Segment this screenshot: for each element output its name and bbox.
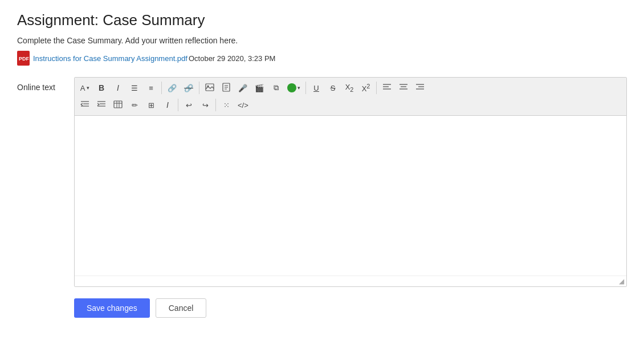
- attachment-date: October 29 2020, 3:23 PM: [189, 54, 275, 63]
- page-title: Assignment: Case Summary: [17, 11, 627, 29]
- svg-rect-23: [114, 101, 122, 108]
- ordered-list-icon: ≡: [149, 84, 153, 92]
- indent-increase-icon: [97, 100, 106, 110]
- editor-textarea[interactable]: [75, 116, 626, 276]
- italic-button[interactable]: I: [110, 80, 126, 96]
- resize-handle: ◢: [75, 276, 626, 286]
- attachment-row: PDF Instructions for Case Summary Assign…: [17, 51, 627, 66]
- separator-1: [161, 82, 162, 94]
- separator-2: [199, 82, 199, 94]
- video-icon: 🎬: [255, 84, 264, 92]
- ordered-list-button[interactable]: ≡: [143, 80, 159, 96]
- table-button[interactable]: [110, 97, 126, 113]
- separator-4: [376, 82, 377, 94]
- separator-5: [178, 99, 178, 111]
- pdf-icon: PDF: [17, 51, 30, 66]
- font-size-button[interactable]: A ▾: [77, 80, 93, 96]
- align-right-icon: [415, 83, 425, 93]
- align-center-button[interactable]: [396, 80, 411, 96]
- editor-section: Online text A ▾ B I ☰: [17, 77, 627, 287]
- strikethrough-label: S: [331, 84, 336, 92]
- bold-label: B: [99, 83, 104, 92]
- unordered-list-icon: ☰: [131, 84, 138, 92]
- align-center-icon: [399, 83, 408, 93]
- special-chars-button[interactable]: ⁙: [218, 97, 234, 113]
- special-chars-icon: ⁙: [223, 101, 230, 110]
- toolbar: A ▾ B I ☰ ≡: [75, 78, 626, 116]
- attachment-link[interactable]: Instructions for Case Summary Assignment…: [33, 54, 188, 63]
- html-source-button[interactable]: </>: [235, 97, 251, 113]
- document-button[interactable]: [218, 80, 234, 96]
- font-size-dropdown-arrow: ▾: [87, 85, 89, 91]
- underline-label: U: [313, 84, 319, 92]
- bold-button[interactable]: B: [93, 80, 109, 96]
- image-icon: [205, 83, 214, 93]
- copy-icon: ⧉: [274, 83, 279, 92]
- align-left-icon: [382, 83, 392, 93]
- table-icon: [113, 100, 123, 110]
- document-icon: [222, 83, 230, 94]
- underline-button[interactable]: U: [308, 80, 324, 96]
- subscript-button[interactable]: X2: [341, 80, 357, 96]
- html-source-label: </>: [238, 101, 248, 110]
- edit-icon: ✏: [132, 101, 138, 110]
- font-button[interactable]: I: [160, 97, 176, 113]
- superscript-label: X2: [362, 83, 370, 93]
- link-icon: 🔗: [168, 84, 177, 92]
- superscript-button[interactable]: X2: [358, 80, 374, 96]
- indent-decrease-icon: [80, 100, 89, 110]
- color-circle-icon: [287, 83, 296, 92]
- separator-6: [215, 99, 216, 111]
- font-label: I: [166, 100, 169, 110]
- unlink-button[interactable]: 🔗: [181, 80, 197, 96]
- save-changes-button[interactable]: Save changes: [74, 298, 150, 318]
- subscript-label: X2: [345, 83, 354, 93]
- grid-icon: ⊞: [148, 101, 154, 110]
- align-right-button[interactable]: [412, 80, 428, 96]
- undo-icon: ↩: [186, 101, 192, 110]
- svg-text:PDF: PDF: [19, 56, 30, 62]
- separator-3: [305, 82, 306, 94]
- link-button[interactable]: 🔗: [164, 80, 180, 96]
- strikethrough-button[interactable]: S: [325, 80, 341, 96]
- audio-icon: 🎤: [238, 84, 247, 92]
- toolbar-row-1: A ▾ B I ☰ ≡: [77, 80, 624, 96]
- unordered-list-button[interactable]: ☰: [127, 80, 142, 96]
- redo-icon: ↪: [202, 101, 209, 110]
- toolbar-row-2: ✏ ⊞ I ↩ ↪: [77, 97, 624, 113]
- edit-button[interactable]: ✏: [127, 97, 142, 113]
- align-left-button[interactable]: [379, 80, 395, 96]
- editor-container: A ▾ B I ☰ ≡: [74, 77, 627, 287]
- page-description: Complete the Case Summary. Add your writ…: [17, 36, 627, 45]
- italic-label: I: [117, 83, 119, 92]
- grid-button[interactable]: ⊞: [143, 97, 159, 113]
- font-size-label: A: [80, 84, 85, 92]
- indent-increase-button[interactable]: [93, 97, 109, 113]
- color-dropdown-arrow: ▾: [297, 85, 300, 91]
- undo-button[interactable]: ↩: [181, 97, 197, 113]
- editor-label: Online text: [17, 77, 63, 92]
- unlink-icon: 🔗: [184, 84, 193, 92]
- audio-button[interactable]: 🎤: [235, 80, 251, 96]
- copy-button[interactable]: ⧉: [268, 80, 284, 96]
- color-picker-button[interactable]: ▾: [284, 80, 303, 96]
- cancel-button[interactable]: Cancel: [156, 298, 207, 318]
- image-button[interactable]: [202, 80, 218, 96]
- video-button[interactable]: 🎬: [251, 80, 267, 96]
- indent-decrease-button[interactable]: [77, 97, 93, 113]
- actions-row: Save changes Cancel: [17, 298, 627, 318]
- redo-button[interactable]: ↪: [197, 97, 213, 113]
